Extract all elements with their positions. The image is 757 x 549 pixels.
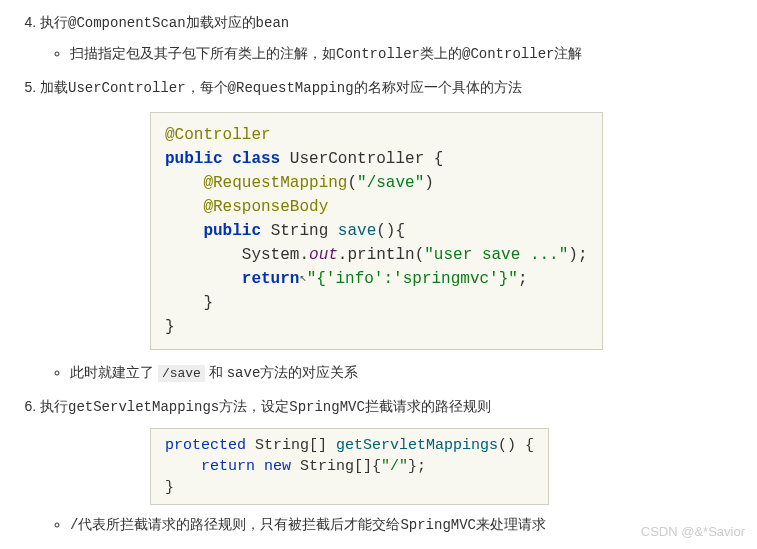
code1-l9: }: [165, 318, 175, 336]
indent: [165, 246, 242, 264]
code1-l7-str: "{'info':'springmvc'}": [307, 270, 518, 288]
code1-l6-str: "user save ...": [424, 246, 568, 264]
indent: [165, 458, 201, 475]
code1-l8: }: [165, 294, 213, 312]
code1-l3-str: "/save": [357, 174, 424, 192]
item4-text: 执行@ComponentScan加载对应的bean: [40, 15, 289, 31]
code-block-2: protected String[] getServletMappings() …: [150, 428, 549, 505]
sub1-mid: 和: [205, 364, 227, 380]
code1-l2-name: UserController {: [290, 150, 444, 168]
indent: [165, 222, 203, 240]
sub1-prefix: 此时就建立了: [70, 364, 158, 380]
item5-sub1: 此时就建立了 /save 和 save方法的对应关系: [70, 360, 737, 386]
code2-l2-brace: {: [372, 458, 381, 475]
code1-l6-end: );: [568, 246, 587, 264]
indent: [165, 174, 203, 192]
item5-text: 加载UserController，每个@RequestMapping的名称对应一…: [40, 80, 522, 96]
code2-l1-rest: () {: [498, 437, 534, 454]
sub1-code2: save: [227, 365, 261, 381]
code1-l5-type: String: [271, 222, 338, 240]
sublist-4: 扫描指定包及其子包下所有类上的注解，如Controller类上的@Control…: [40, 42, 737, 67]
sublist-5: 此时就建立了 /save 和 save方法的对应关系: [40, 360, 737, 386]
code2-l2-end: };: [408, 458, 426, 475]
code1-l6-sys: System.: [242, 246, 309, 264]
code1-l3-ann: @RequestMapping: [203, 174, 347, 192]
code2-l1-type: String[]: [255, 437, 336, 454]
watermark: CSDN @&*Savior: [641, 522, 745, 543]
sub1-code: /save: [158, 365, 205, 382]
code2-l1-kw: protected: [165, 437, 255, 454]
code2-l2-type: String[]: [300, 458, 372, 475]
code1-l6-out: out: [309, 246, 338, 264]
item6-text: 执行getServletMappings方法，设定SpringMVC拦截请求的路…: [40, 399, 491, 415]
list-item-4: 执行@ComponentScan加载对应的bean 扫描指定包及其子包下所有类上…: [40, 10, 737, 67]
sublist-6: /代表所拦截请求的路径规则，只有被拦截后才能交给SpringMVC来处理请求: [40, 513, 737, 538]
code1-l2-kw: public class: [165, 150, 290, 168]
indent: [165, 198, 203, 216]
item4-sub1: 扫描指定包及其子包下所有类上的注解，如Controller类上的@Control…: [70, 42, 737, 67]
code2-l3: }: [165, 479, 174, 496]
item6-sub1: /代表所拦截请求的路径规则，只有被拦截后才能交给SpringMVC来处理请求: [70, 513, 737, 538]
code1-l7-end: ;: [518, 270, 528, 288]
code-block-1: @Controller public class UserController …: [150, 112, 603, 350]
code1-l4: @ResponseBody: [203, 198, 328, 216]
sub1-suffix: 方法的对应关系: [260, 364, 358, 380]
ordered-list: 执行@ComponentScan加载对应的bean 扫描指定包及其子包下所有类上…: [20, 10, 737, 538]
code1-l1: @Controller: [165, 126, 271, 144]
list-item-5: 加载UserController，每个@RequestMapping的名称对应一…: [40, 75, 737, 385]
code2-l2-str: "/": [381, 458, 408, 475]
code1-l6-print: .println(: [338, 246, 424, 264]
indent: [165, 270, 242, 288]
code2-l1-method: getServletMappings: [336, 437, 498, 454]
cursor-icon: ↖: [299, 269, 306, 287]
code1-l5-rest: (){: [376, 222, 405, 240]
code1-l7-kw: return: [242, 270, 300, 288]
code1-l5-method: save: [338, 222, 376, 240]
paren: ): [424, 174, 434, 192]
code1-l5-kw: public: [203, 222, 270, 240]
code2-l2-kw: return new: [201, 458, 300, 475]
list-item-6: 执行getServletMappings方法，设定SpringMVC拦截请求的路…: [40, 394, 737, 538]
paren: (: [347, 174, 357, 192]
